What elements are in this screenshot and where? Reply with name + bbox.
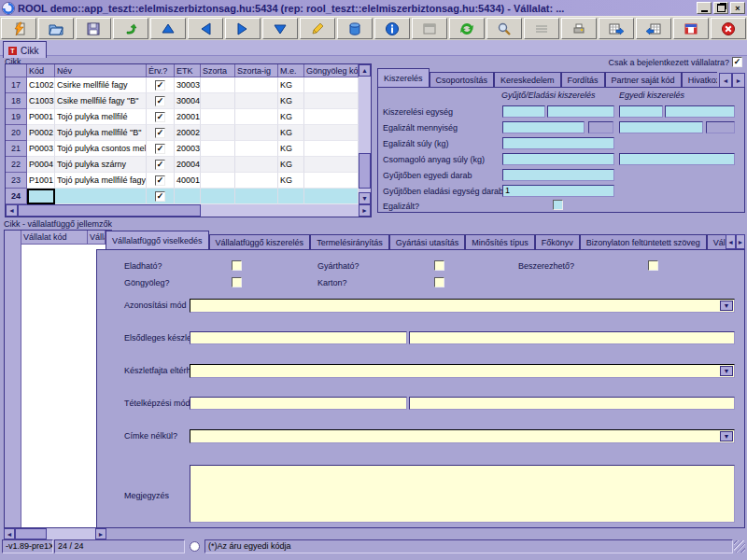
checkbox-karton[interactable] xyxy=(434,277,444,287)
checkbox-göngyöleg[interactable] xyxy=(232,277,242,287)
validity-checkbox[interactable]: ✓ xyxy=(155,175,165,186)
scroll-down-button[interactable]: ▼ xyxy=(359,192,371,204)
field-kiszerelési-egység-box3[interactable] xyxy=(619,105,663,118)
toolbar-button-database[interactable] xyxy=(337,18,373,39)
cell-szortaig[interactable] xyxy=(235,157,278,173)
minimize-button[interactable] xyxy=(697,2,712,14)
column-header-etk[interactable]: ETK xyxy=(175,64,201,77)
cell-etk[interactable]: 20001 xyxy=(175,109,201,125)
cell-me[interactable]: KG xyxy=(278,93,304,109)
cell-szortaig[interactable] xyxy=(235,93,278,109)
cell-etk[interactable]: 20002 xyxy=(175,125,201,141)
validity-checkbox[interactable]: ✓ xyxy=(155,112,165,122)
cell-gongyoleg[interactable] xyxy=(304,109,359,125)
table-row-17[interactable]: 17C1002Csirke mellfilé fagy✓30003KG xyxy=(6,77,359,93)
chevron-down-icon[interactable]: ▼ xyxy=(720,366,733,376)
toolbar-button-undo[interactable] xyxy=(113,18,148,39)
company-tabs-scroll-left[interactable]: ◄ xyxy=(726,234,736,249)
cell-kod[interactable]: P0001 xyxy=(27,109,55,125)
table-row-18[interactable]: 18C1003Csike mellfilé fagy "B"✓30004KG xyxy=(6,93,359,109)
table-row-20[interactable]: 20P0002Tojó pulyka mellfilé "B"✓20002KG xyxy=(6,125,359,141)
table-row-22[interactable]: 22P0004Tojó pulyka szárny✓20004KG xyxy=(6,157,359,173)
toolbar-button-edit[interactable] xyxy=(300,18,335,39)
cell-kod[interactable]: C1003 xyxy=(27,93,55,109)
cell-etk[interactable]: 40001 xyxy=(175,173,201,189)
cell-szorta[interactable] xyxy=(201,189,235,204)
cell-kod[interactable]: C1002 xyxy=(27,77,55,93)
company-grid-body[interactable] xyxy=(21,245,106,527)
cell-kod[interactable]: P1001 xyxy=(27,173,55,189)
cell-erv[interactable]: ✓ xyxy=(147,77,175,93)
status-radio[interactable] xyxy=(190,541,200,552)
company-grid-hscrollbar[interactable]: ◄ ► xyxy=(4,528,106,539)
toolbar-button-info[interactable] xyxy=(374,18,410,39)
cell-gongyoleg[interactable] xyxy=(304,93,359,109)
cell-erv[interactable]: ✓ xyxy=(147,93,175,109)
scroll-up-button[interactable]: ▲ xyxy=(359,64,371,77)
input-tételképzési-mód-2[interactable] xyxy=(409,397,735,410)
cell-szortaig[interactable] xyxy=(235,141,278,157)
company-tabs-scroll-right[interactable]: ► xyxy=(736,234,745,249)
cell-kod[interactable] xyxy=(27,189,55,204)
article-grid-vscrollbar[interactable]: ▲▼ xyxy=(359,64,371,204)
filter-checkbox[interactable]: ✓ xyxy=(732,57,742,67)
toolbar-button-save[interactable] xyxy=(76,18,111,39)
cell-etk[interactable]: 20004 xyxy=(175,157,201,173)
cell-etk[interactable] xyxy=(175,189,201,204)
textarea-megjegyzés[interactable] xyxy=(190,465,735,523)
detail-tabs-scroll-left[interactable]: ◄ xyxy=(719,73,732,88)
cell-me[interactable]: KG xyxy=(278,141,304,157)
cell-szorta[interactable] xyxy=(201,93,235,109)
cell-gongyoleg[interactable] xyxy=(304,77,359,93)
column-header-rownum[interactable] xyxy=(6,64,27,77)
toolbar-button-window[interactable] xyxy=(412,18,447,39)
cell-gongyoleg[interactable] xyxy=(304,125,359,141)
column-header-érv[interactable]: Érv.? xyxy=(147,64,175,77)
cell-nev[interactable]: Csike mellfilé fagy "B" xyxy=(55,93,147,109)
input-elsődleges-készletfajta-2[interactable] xyxy=(409,331,735,344)
cell-gongyoleg[interactable] xyxy=(304,141,359,157)
field-csomagoló-anyag-súly-kg-box2[interactable] xyxy=(619,153,735,165)
scroll-thumb[interactable] xyxy=(15,528,47,539)
field-egalizált-mennyiség-box3[interactable] xyxy=(619,121,703,133)
company-tab-minősítés-típus[interactable]: Minősítés típus xyxy=(465,234,535,250)
dropdown-készletfajta-eltérhet[interactable]: ▼ xyxy=(190,364,735,378)
cell-nev[interactable]: Tojó pulyka csontos mell xyxy=(55,141,147,157)
toolbar-button-next-record[interactable] xyxy=(225,18,261,39)
checkbox-gyártható[interactable] xyxy=(434,260,444,271)
cell-gongyoleg[interactable] xyxy=(304,189,359,204)
cell-nev[interactable]: Tojó pulyka mellfilé "B" xyxy=(55,125,147,141)
detail-tabs-scroll-right[interactable]: ► xyxy=(732,73,745,88)
cell-me[interactable] xyxy=(278,189,304,204)
chevron-down-icon[interactable]: ▼ xyxy=(720,431,733,441)
validity-checkbox[interactable]: ✓ xyxy=(155,96,165,106)
column-header-vállalat-kód[interactable]: Vállalat kód xyxy=(21,231,88,245)
toolbar-button-previous-record[interactable] xyxy=(188,18,223,39)
close-window-button[interactable]: × xyxy=(730,2,745,14)
table-row-19[interactable]: 19P0001Tojó pulyka mellfilé✓20001KG xyxy=(6,109,359,125)
cell-erv[interactable]: ✓ xyxy=(147,109,175,125)
cell-szortaig[interactable] xyxy=(235,77,278,93)
checkbox-egalizált[interactable] xyxy=(553,200,563,210)
input-tételképzési-mód-1[interactable] xyxy=(190,397,407,410)
toolbar-button-open[interactable] xyxy=(38,18,74,39)
toolbar-button-close[interactable] xyxy=(711,18,746,39)
cell-erv[interactable]: ✓ xyxy=(147,173,175,189)
field-egalizált-mennyiség-box1[interactable] xyxy=(502,121,585,133)
company-tab-bizonylaton-feltüntetett-szöveg[interactable]: Bizonylaton feltüntetett szöveg xyxy=(580,234,707,250)
scroll-left-button[interactable]: ◄ xyxy=(4,528,15,539)
cell-kod[interactable]: P0002 xyxy=(27,125,55,141)
cell-me[interactable]: KG xyxy=(278,77,304,93)
checkbox-eladható[interactable] xyxy=(232,260,242,271)
column-header-m-e[interactable]: M.e. xyxy=(278,64,304,77)
company-tab-vállalatfüggő-viselkedés[interactable]: Vállalatfüggő viselkedés xyxy=(106,231,209,250)
cell-gongyoleg[interactable] xyxy=(304,173,359,189)
cell-szorta[interactable] xyxy=(201,173,235,189)
field-kiszerelési-egység-box4[interactable] xyxy=(665,105,735,118)
cell-szorta[interactable] xyxy=(201,77,235,93)
cell-szorta[interactable] xyxy=(201,109,235,125)
scroll-right-button[interactable]: ► xyxy=(359,204,371,217)
cell-kod[interactable]: P0003 xyxy=(27,141,55,157)
dropdown-címke-nélkül[interactable]: ▼ xyxy=(190,429,735,443)
validity-checkbox[interactable]: ✓ xyxy=(155,160,165,170)
